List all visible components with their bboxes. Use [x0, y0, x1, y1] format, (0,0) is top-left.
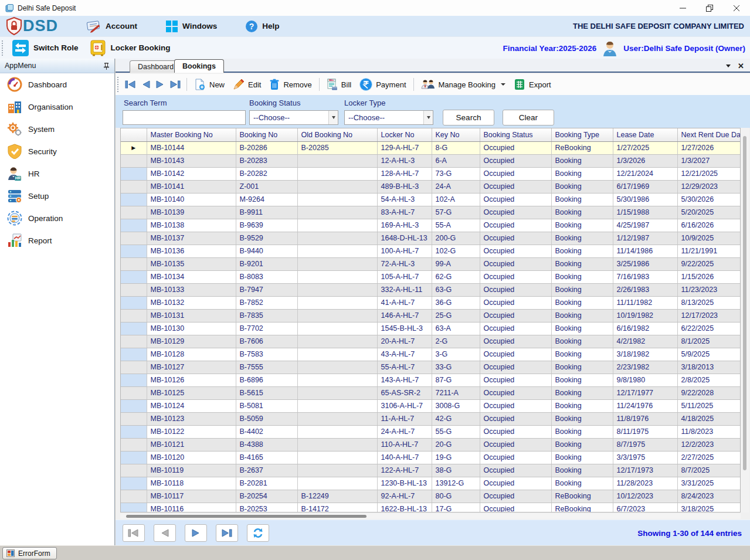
table-cell[interactable]: MB-10131 [147, 309, 236, 322]
table-cell[interactable]: Booking [551, 361, 613, 374]
table-cell[interactable]: Occupied [480, 438, 551, 451]
table-cell[interactable]: Occupied [480, 335, 551, 348]
table-cell[interactable]: Occupied [480, 245, 551, 257]
pin-icon[interactable] [103, 62, 110, 70]
table-cell[interactable]: MB-10130 [147, 322, 236, 335]
table-cell[interactable]: 24-A-HL-7 [377, 425, 432, 438]
table-cell[interactable]: 6-A [432, 154, 480, 167]
table-cell[interactable] [297, 451, 377, 464]
table-cell[interactable]: 3/18/1982 [613, 348, 677, 361]
table-cell[interactable]: 17-G [432, 503, 480, 513]
table-cell[interactable]: MB-10132 [147, 296, 236, 309]
table-cell[interactable] [297, 386, 377, 399]
table-cell[interactable]: 5/11/2025 [677, 399, 740, 412]
table-cell[interactable]: B-7835 [236, 309, 297, 322]
row-selector[interactable] [121, 232, 147, 245]
table-cell[interactable]: 9/22/2028 [677, 386, 740, 399]
tab-close-icon[interactable]: ✕ [738, 62, 744, 70]
table-cell[interactable]: MB-10139 [147, 206, 236, 219]
export-button[interactable]: Export [510, 77, 555, 92]
table-cell[interactable]: MB-10122 [147, 425, 236, 438]
table-cell[interactable]: MB-10134 [147, 270, 236, 283]
pager-prev-button[interactable] [154, 524, 176, 542]
row-selector[interactable] [121, 193, 147, 206]
table-cell[interactable]: 6/22/2025 [677, 322, 740, 335]
table-cell[interactable]: MB-10125 [147, 386, 236, 399]
table-cell[interactable]: B-20281 [236, 477, 297, 490]
table-cell[interactable]: 7211-A [432, 386, 480, 399]
table-cell[interactable]: B-9911 [236, 206, 297, 219]
search-input[interactable] [123, 110, 246, 125]
table-cell[interactable]: 5/20/2025 [677, 206, 740, 219]
sidebar-item-dashboard[interactable]: Dashboard [0, 73, 114, 96]
row-selector[interactable] [121, 283, 147, 296]
search-button[interactable]: Search [443, 110, 494, 125]
remove-button[interactable]: Remove [265, 77, 315, 92]
table-cell[interactable]: MB-10129 [147, 335, 236, 348]
pager-last-button[interactable] [216, 524, 238, 542]
table-cell[interactable]: 1/15/1988 [613, 206, 677, 219]
table-cell[interactable]: Occupied [480, 503, 551, 513]
table-cell[interactable]: 12/17/1977 [613, 386, 677, 399]
table-cell[interactable]: 12/21/2024 [613, 167, 677, 180]
nav-prev-button[interactable] [139, 78, 153, 91]
table-cell[interactable]: Booking [551, 477, 613, 490]
table-cell[interactable]: 100-A-HL-7 [377, 245, 432, 257]
row-selector[interactable] [121, 335, 147, 348]
table-cell[interactable]: 63-A [432, 322, 480, 335]
table-cell[interactable]: 3-G [432, 348, 480, 361]
table-cell[interactable] [297, 361, 377, 374]
table-cell[interactable]: 8/7/1975 [613, 438, 677, 451]
table-cell[interactable]: 2/27/2025 [677, 451, 740, 464]
table-cell[interactable]: M-9264 [236, 193, 297, 206]
row-selector[interactable] [121, 348, 147, 361]
table-cell[interactable]: Booking [551, 245, 613, 257]
table-cell[interactable]: 2/26/1983 [613, 283, 677, 296]
table-cell[interactable]: Booking [551, 412, 613, 425]
table-cell[interactable]: 12-A-HL-3 [377, 154, 432, 167]
table-cell[interactable]: MB-10144 [147, 141, 236, 154]
table-cell[interactable]: 24-A [432, 180, 480, 193]
table-cell[interactable] [297, 335, 377, 348]
table-cell[interactable]: MB-10135 [147, 257, 236, 270]
tab-bookings[interactable]: Bookings [174, 59, 224, 73]
table-cell[interactable]: Occupied [480, 154, 551, 167]
table-cell[interactable]: Occupied [480, 348, 551, 361]
table-cell[interactable]: MB-10123 [147, 412, 236, 425]
table-cell[interactable]: B-9201 [236, 257, 297, 270]
table-cell[interactable]: Booking [551, 154, 613, 167]
table-cell[interactable]: Z-001 [236, 180, 297, 193]
table-cell[interactable]: Occupied [480, 283, 551, 296]
menu-item-windows[interactable]: Windows [165, 20, 217, 33]
table-cell[interactable]: 102-A [432, 193, 480, 206]
table-cell[interactable]: 4/18/2025 [677, 412, 740, 425]
table-cell[interactable]: 2/8/2025 [677, 374, 740, 386]
table-cell[interactable]: B-9639 [236, 219, 297, 232]
table-cell[interactable]: 65-AS-SR-2 [377, 386, 432, 399]
table-cell[interactable]: 6/16/2026 [677, 219, 740, 232]
row-selector[interactable] [121, 399, 147, 412]
table-cell[interactable]: 11/8/1976 [613, 412, 677, 425]
table-cell[interactable]: 63-G [432, 283, 480, 296]
table-cell[interactable]: 8-G [432, 141, 480, 154]
table-cell[interactable]: Occupied [480, 232, 551, 245]
errorform-button[interactable]: ErrorForm [2, 547, 57, 559]
table-cell[interactable]: 4/2/1982 [613, 335, 677, 348]
table-cell[interactable]: B-7583 [236, 348, 297, 361]
row-selector[interactable] [121, 451, 147, 464]
table-cell[interactable]: 9/22/2025 [677, 257, 740, 270]
table-cell[interactable]: Occupied [480, 141, 551, 154]
pager-first-button[interactable] [123, 524, 145, 542]
table-cell[interactable]: Occupied [480, 490, 551, 503]
row-selector[interactable] [121, 361, 147, 374]
table-cell[interactable]: 11/23/2023 [677, 283, 740, 296]
table-cell[interactable] [297, 322, 377, 335]
table-cell[interactable]: 1622-B-HL-13 [377, 503, 432, 513]
table-cell[interactable]: MB-10141 [147, 180, 236, 193]
table-cell[interactable]: Booking [551, 232, 613, 245]
table-cell[interactable]: 5/30/1986 [613, 193, 677, 206]
sidebar-item-system[interactable]: System [0, 118, 114, 140]
table-cell[interactable]: Booking [551, 296, 613, 309]
table-cell[interactable]: B-4388 [236, 438, 297, 451]
table-cell[interactable]: 6/17/1969 [613, 180, 677, 193]
